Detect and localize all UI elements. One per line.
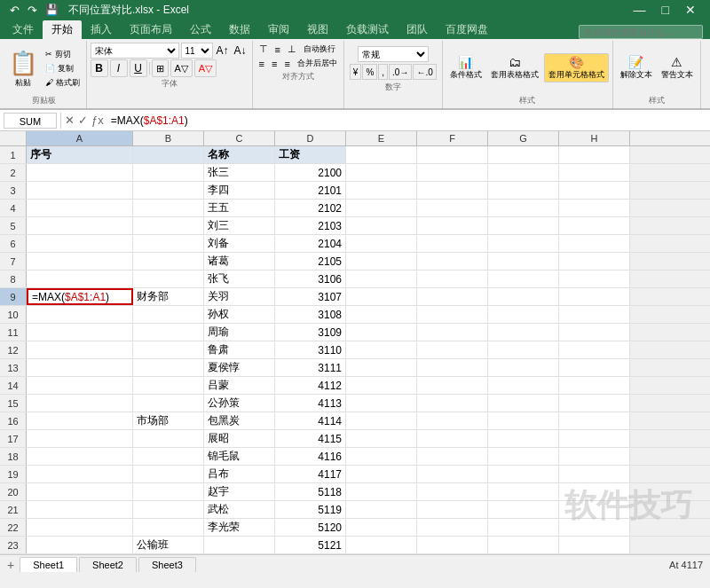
row-num-1[interactable]: 1 — [0, 146, 27, 163]
cell-b21[interactable] — [133, 501, 204, 518]
cell-e20[interactable] — [346, 483, 417, 500]
cell-a13[interactable] — [27, 359, 133, 376]
row-num-16[interactable]: 16 — [0, 412, 27, 429]
cell-c23[interactable] — [204, 537, 275, 553]
merge-button[interactable]: 合并后居中 — [295, 57, 340, 70]
cell-g15[interactable] — [488, 395, 559, 412]
row-num-4[interactable]: 4 — [0, 200, 27, 216]
cell-h11[interactable] — [559, 324, 630, 341]
cell-b9[interactable]: 财务部 — [133, 288, 204, 305]
cell-f15[interactable] — [417, 395, 488, 412]
cell-f3[interactable] — [417, 182, 488, 199]
sheet-tab-sheet1[interactable]: Sheet1 — [20, 557, 77, 572]
cell-b22[interactable] — [133, 519, 204, 536]
copy-button[interactable]: 📄 复制 — [43, 62, 83, 75]
format-painter-button[interactable]: 🖌 格式刷 — [43, 76, 83, 90]
cell-f14[interactable] — [417, 377, 488, 394]
cell-d1[interactable]: 工资 — [275, 146, 346, 163]
cell-a16[interactable] — [27, 412, 133, 429]
cell-d8[interactable]: 3106 — [275, 270, 346, 287]
align-left-button[interactable]: ≡ — [256, 58, 267, 70]
add-sheet-button[interactable]: + — [4, 558, 18, 572]
cell-h12[interactable] — [559, 341, 630, 358]
font-color-button[interactable]: A▽ — [194, 59, 217, 77]
redo-button[interactable]: ↷ — [25, 4, 40, 17]
cell-c4[interactable]: 王五 — [204, 200, 275, 216]
cell-g23[interactable] — [488, 537, 559, 553]
cell-a15[interactable] — [27, 395, 133, 412]
cell-h5[interactable] — [559, 217, 630, 234]
row-num-15[interactable]: 15 — [0, 395, 27, 412]
search-input[interactable] — [579, 25, 703, 39]
cell-f9[interactable] — [417, 288, 488, 305]
currency-button[interactable]: ¥ — [350, 64, 362, 80]
cell-a1[interactable]: 序号 — [27, 146, 133, 163]
cell-h8[interactable] — [559, 270, 630, 287]
cell-style-button[interactable]: 🎨 套用单元格格式 — [544, 53, 609, 82]
cell-b6[interactable] — [133, 235, 204, 252]
cell-h18[interactable] — [559, 448, 630, 465]
cell-a22[interactable] — [27, 519, 133, 536]
cell-e14[interactable] — [346, 377, 417, 394]
cell-c13[interactable]: 夏侯惇 — [204, 359, 275, 376]
border-button[interactable]: ⊞ — [152, 59, 169, 77]
cell-b20[interactable] — [133, 483, 204, 500]
cell-e8[interactable] — [346, 270, 417, 287]
row-num-19[interactable]: 19 — [0, 466, 27, 482]
cell-c21[interactable]: 武松 — [204, 501, 275, 518]
align-top-button[interactable]: ⊤ — [256, 43, 271, 56]
cell-c14[interactable]: 吕蒙 — [204, 377, 275, 394]
cell-g4[interactable] — [488, 200, 559, 216]
cell-f10[interactable] — [417, 306, 488, 323]
cell-e5[interactable] — [346, 217, 417, 234]
table-style-button[interactable]: 🗂 套用表格格式 — [487, 54, 542, 82]
cell-f6[interactable] — [417, 235, 488, 252]
cell-e13[interactable] — [346, 359, 417, 376]
cell-a14[interactable] — [27, 377, 133, 394]
cell-g6[interactable] — [488, 235, 559, 252]
cell-g14[interactable] — [488, 377, 559, 394]
cell-d18[interactable]: 4116 — [275, 448, 346, 465]
warn-text-button[interactable]: ⚠ 警告文本 — [658, 54, 697, 82]
cell-f11[interactable] — [417, 324, 488, 341]
align-bottom-button[interactable]: ⊥ — [285, 43, 299, 56]
col-header-g[interactable]: G — [488, 131, 559, 145]
tab-review[interactable]: 审阅 — [259, 20, 298, 39]
cell-g7[interactable] — [488, 253, 559, 270]
maximize-button[interactable]: □ — [655, 3, 676, 17]
row-num-9[interactable]: 9 — [0, 288, 27, 305]
cell-e11[interactable] — [346, 324, 417, 341]
col-header-f[interactable]: F — [417, 131, 488, 145]
cell-b5[interactable] — [133, 217, 204, 234]
cell-d19[interactable]: 4117 — [275, 466, 346, 482]
col-header-d[interactable]: D — [275, 131, 346, 145]
cell-b14[interactable] — [133, 377, 204, 394]
cell-g18[interactable] — [488, 448, 559, 465]
cell-c12[interactable]: 鲁肃 — [204, 341, 275, 358]
row-num-7[interactable]: 7 — [0, 253, 27, 270]
tab-layout[interactable]: 页面布局 — [121, 20, 181, 39]
cell-f20[interactable] — [417, 483, 488, 500]
cell-g13[interactable] — [488, 359, 559, 376]
row-num-6[interactable]: 6 — [0, 235, 27, 252]
decimal-increase-button[interactable]: .0→ — [389, 64, 412, 80]
cell-h20[interactable] — [559, 483, 630, 500]
tab-view[interactable]: 视图 — [298, 20, 337, 39]
cell-b12[interactable] — [133, 341, 204, 358]
cell-c15[interactable]: 公孙策 — [204, 395, 275, 412]
minimize-button[interactable]: — — [627, 3, 653, 17]
cell-f19[interactable] — [417, 466, 488, 482]
cell-h23[interactable] — [559, 537, 630, 553]
comma-button[interactable]: , — [378, 64, 388, 80]
cell-b23[interactable]: 公输班 — [133, 537, 204, 553]
cell-d21[interactable]: 5119 — [275, 501, 346, 518]
cell-c2[interactable]: 张三 — [204, 164, 275, 181]
cell-d17[interactable]: 4115 — [275, 430, 346, 447]
cell-h13[interactable] — [559, 359, 630, 376]
cell-g1[interactable] — [488, 146, 559, 163]
cell-h19[interactable] — [559, 466, 630, 482]
cell-g17[interactable] — [488, 430, 559, 447]
font-size-select[interactable]: 11 — [181, 43, 213, 59]
cell-e9[interactable] — [346, 288, 417, 305]
tab-file[interactable]: 文件 — [4, 20, 43, 39]
